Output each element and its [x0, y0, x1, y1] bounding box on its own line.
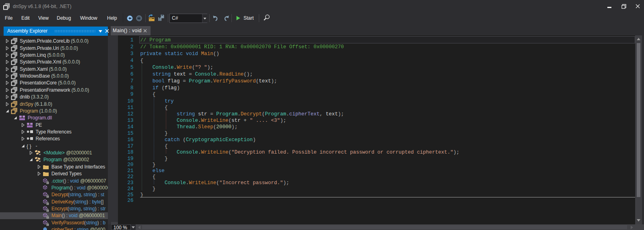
svg-text:{: { [27, 143, 28, 149]
svg-text:}: } [30, 143, 31, 149]
